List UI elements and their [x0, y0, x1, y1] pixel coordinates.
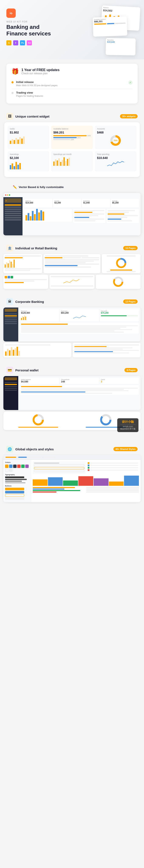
watermark-domain: iamxk.com: [120, 425, 136, 428]
svg-point-2: [119, 260, 124, 266]
release-item-initial: Initial release Main Web UI Kit 33 pre-d…: [11, 78, 133, 89]
stat-cards-row: Balance $14,500 Income $3,200 Expenses $…: [24, 199, 139, 207]
release-text-trading: Trading view Pages for trading features: [16, 91, 133, 97]
stat-val-3: $1,840: [83, 202, 109, 204]
stacked-bars: [33, 475, 139, 486]
widgets-badge: 30+ widgets: [120, 114, 138, 118]
global-title: Global objects and styles: [15, 447, 54, 451]
widget-row-1: Saldo $1.802 Available balance $86.201 4…: [8, 126, 136, 149]
wallet-donut-1: [5, 413, 71, 428]
stat-val-2: $3,200: [54, 202, 80, 204]
progress-bars: [33, 487, 139, 493]
individual-screen-5: [50, 275, 94, 289]
release-item-trading: Trading view Pages for trading features: [11, 89, 133, 99]
wallet-title-wrap: 💳 Personal wallet: [6, 367, 38, 373]
accounts-card: Accounts $468 70%: [95, 126, 136, 149]
corp-icon: 🏛: [6, 298, 13, 305]
main-chart-area: [24, 209, 72, 222]
balance-value: $86.201: [53, 131, 90, 134]
balance-label: Available balance: [53, 128, 90, 130]
nav-item-4: [5, 213, 21, 214]
nav-item-6: [5, 217, 21, 218]
individual-screen-1: [3, 254, 42, 273]
sketch-icon: S: [6, 40, 11, 45]
stat-val-4: $5,200: [112, 202, 138, 204]
corporate-title: Corporate Banking: [15, 300, 44, 304]
color-swatch-blue: [9, 465, 12, 468]
corporate-title-wrap: 🏛 Corporate Banking: [6, 298, 44, 305]
dashboard-sidebar: io: [3, 197, 23, 235]
stat-card-2: Income $3,200: [53, 199, 81, 207]
nav-item-3: [5, 211, 21, 212]
wallet-table: [20, 385, 139, 395]
line-chart-small: [51, 278, 93, 284]
stat-label-1: Balance: [26, 200, 51, 202]
corp-chart-1: [3, 343, 71, 358]
xd-icon: Xd: [27, 40, 32, 45]
color-bars-legend: [87, 461, 139, 474]
components-panel: [31, 460, 141, 502]
color-swatch-orange: [5, 465, 8, 468]
update-title: 1 Year of FREE updates: [22, 68, 59, 72]
hero-section: io WEB UI KIT FOR Banking andFinance ser…: [0, 0, 144, 59]
global-section-header: 🌐 Global objects and styles 40+ Shared S…: [0, 441, 144, 455]
nav-item-1: [5, 207, 21, 208]
vector-label: ✏️ Vector Based & fully customizable: [6, 183, 138, 191]
dashboard-toolbar: [3, 193, 141, 197]
widgets-title: Unique content widget: [15, 115, 50, 118]
brand-logo: io: [6, 8, 16, 18]
wallet-icon: 💳: [6, 367, 13, 373]
hero-mockups: Balance $14,502 Available balance $86,20…: [80, 4, 140, 55]
global-styles-screen: / / / Colors Typogra: [3, 455, 141, 502]
wallet-section-header: 💳 Personal wallet 8 Pages: [0, 362, 144, 376]
ps-icon: Ps: [20, 40, 25, 45]
spending-month-card: Spendings per month: [51, 151, 93, 172]
colors-label: Colors: [5, 461, 29, 463]
individual-top-row: [3, 254, 141, 273]
individual-section-header: 🏦 Individual or Retail Banking 15 Pages: [0, 240, 144, 254]
global-preview-area: / / / Colors Typogra: [3, 455, 141, 502]
widgets-section-header: 🖼 Unique content widget 30+ widgets: [0, 108, 144, 122]
individual-title: Individual or Retail Banking: [15, 246, 57, 250]
wallet-body: Wallet balance $4,580 Transactions 148 C…: [3, 376, 141, 410]
release-text-initial: Initial release Main Web UI Kit 33 pre-d…: [16, 81, 126, 87]
breadcrumb-bar: / / /: [3, 455, 141, 460]
saldo-chart: [10, 135, 47, 144]
widgets-icon: 🖼: [6, 113, 13, 120]
color-swatch-red: [17, 465, 21, 468]
close-dot: [5, 194, 6, 196]
component-row-1: [33, 461, 139, 474]
release-desc: Main Web UI Kit 33 pre-designed pages: [16, 84, 126, 87]
transactions-list: [73, 209, 106, 223]
dashboard-main: Balance $14,500 Income $3,200 Expenses $…: [23, 197, 141, 235]
chart-and-list: [24, 209, 139, 223]
widget-preview-area: Saldo $1.802 Available balance $86.201 4…: [4, 122, 140, 177]
nav-item-5: [5, 215, 21, 216]
maximize-dot: [9, 194, 10, 196]
pie-chart-small: [112, 276, 124, 287]
widgets-title-wrap: 🖼 Unique content widget: [6, 113, 50, 120]
color-swatches: [5, 465, 29, 472]
form-components: [33, 461, 86, 474]
corp-main: Revenue $128,400 Expenses $54,200: [18, 308, 141, 341]
corp-bottom-row: [3, 343, 141, 358]
trading-dot: [11, 92, 13, 94]
donut-label: 70%: [114, 140, 117, 142]
stat-card-3: Expenses $1,840: [82, 199, 110, 207]
release-label: Initial release: [16, 81, 126, 84]
wallet-badge: 8 Pages: [124, 368, 138, 372]
total-spend-value: $10.640: [97, 156, 134, 160]
nav-item-7: [5, 219, 21, 220]
nav-item-active: [5, 205, 21, 206]
trading-desc: Pages for trading features: [16, 95, 133, 97]
mockup-card-2: Available balance $86,201: [93, 16, 127, 37]
spendings-label: Spendings: [10, 153, 47, 155]
bank-icon: 🏦: [6, 245, 13, 251]
corporate-main-screen: Revenue $128,400 Expenses $54,200: [3, 308, 141, 341]
typography-label: Typography: [5, 474, 29, 475]
update-banner: 🎁 1 Year of FREE updates Check our relea…: [6, 64, 138, 103]
color-swatch-dark: [13, 465, 17, 468]
stat-card-4: Savings $5,200: [111, 199, 139, 207]
stat-label-4: Savings: [112, 200, 138, 202]
global-icon: 🌐: [6, 446, 13, 453]
